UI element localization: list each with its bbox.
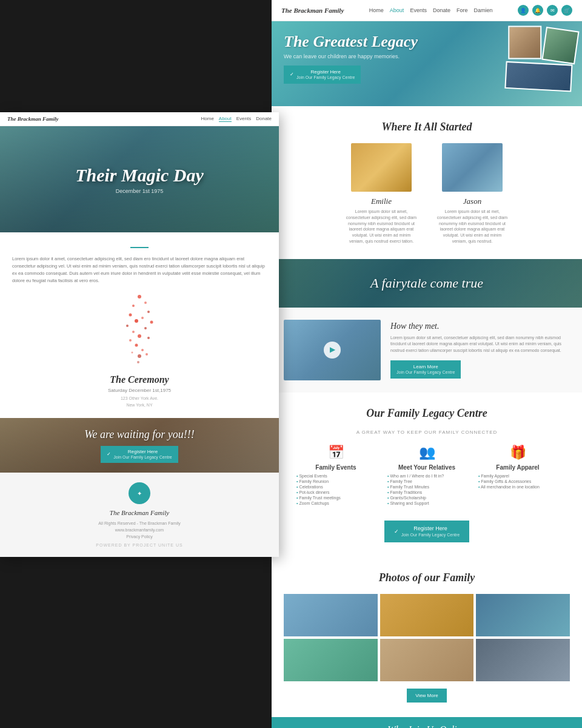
left-nav-home[interactable]: Home [201,116,213,122]
svg-point-4 [147,311,150,313]
emilie-name: Emilie [345,197,418,206]
left-nav-brand: The Brackman Family [7,116,59,122]
events-col-title: Family Events [296,464,375,471]
svg-point-14 [135,344,138,347]
right-hero: The Greatest Legacy We can leave our chi… [272,21,582,106]
check-icon: ✓ [107,451,111,457]
where-started-section: Where It All Started Emilie Lorem ipsum … [272,106,582,259]
why-join-title: Why Join Us Online [387,724,466,728]
emilie-photo [351,143,412,192]
footer-text: All Rights Reserved - The Brackman Famil… [12,520,267,541]
svg-point-10 [144,327,147,329]
relatives-col-title: Meet Your Relatives [387,464,466,471]
calendar-icon: 📅 [296,445,375,460]
user-icon[interactable]: 👤 [518,5,529,16]
nav-link-donate[interactable]: Donate [433,7,450,13]
cart-icon[interactable]: 🛒 [561,5,572,16]
view-more-button[interactable]: View More [407,689,447,703]
hero-photos [504,24,579,93]
mail-icon[interactable]: ✉ [547,5,558,16]
svg-point-15 [141,349,144,351]
left-nav-donate[interactable]: Donate [256,116,272,122]
profiles-row: Emilie Lorem ipsum dolor sit amet, conse… [284,143,570,244]
apparel-list: Family Apparel Family Gifts & Accessorie… [478,473,557,490]
nav-link-fore[interactable]: Fore [457,7,468,13]
left-nav-events[interactable]: Events [236,116,251,122]
list-item: Family Tree [387,479,466,484]
hero-photo-3 [504,61,572,92]
waiting-register-button[interactable]: ✓ Register Here Join Our Family Legacy C… [101,446,178,463]
nav-link-home[interactable]: Home [369,7,384,13]
right-panel: The Brackman Family Home About Events Do… [272,0,582,728]
legacy-col-relatives: 👥 Meet Your Relatives Who am I / Where d… [387,445,466,506]
where-started-title: Where It All Started [284,121,570,133]
left-panel: The Brackman Family Home About Events Do… [0,112,279,557]
hero-content: The Greatest Legacy We can leave our chi… [284,33,418,84]
list-item: Special Events [296,473,375,479]
list-item: All merchandise in one location [478,484,557,490]
list-item: Family Gifts & Accessories [478,479,557,484]
footer-line2: www.brackmanfamily.com [12,527,267,533]
footer-powered: POWERED BY PROJECT UNITE US [12,543,267,547]
photo-cell-4 [284,639,378,681]
hero-photo-1 [508,26,541,59]
learn-more-button[interactable]: Learn More Join Our Family Legacy Centre [390,360,461,379]
photo-cell-5 [380,639,474,681]
play-button[interactable]: ▶ [324,342,341,359]
hero-title: The Greatest Legacy [284,33,418,51]
legacy-register-button[interactable]: ✓ Register Here Join Our Family Legacy C… [384,521,469,542]
footer-line1: All Rights Reserved - The Brackman Famil… [12,520,267,527]
nav-link-about[interactable]: About [390,7,404,13]
left-hero-date: December 1st 1975 [116,188,164,194]
how-met-title: How they met. [390,322,570,331]
nav-link-events[interactable]: Events [410,7,427,13]
divider [130,247,149,248]
hero-subtitle: We can leave our children are happy memo… [284,53,418,59]
people-icon: 👥 [387,445,466,460]
confetti-svg [0,285,279,369]
legacy-col-events: 📅 Family Events Special Events Family Re… [296,445,375,506]
notification-icon[interactable]: 🔔 [532,5,543,16]
waiting-banner: We are waiting for you!!! ✓ Register Her… [0,418,279,473]
how-met-text: How they met. Lorem ipsum dolor sit amet… [390,322,570,379]
video-thumbnail[interactable]: ▶ [284,320,381,380]
hero-register-button[interactable]: ✓ Register Here Join Our Family Legacy C… [284,66,361,84]
right-nav-icons: 👤 🔔 ✉ 🛒 [518,5,572,16]
svg-point-1 [132,305,135,307]
fairytale-banner: A fairytale come true [272,259,582,308]
left-nav-about[interactable]: About [219,116,232,122]
ceremony-date: Saturday December 1st,1975 [12,388,267,393]
photo-cell-1 [284,594,378,636]
footer-brand: The Brackman Family [12,509,267,516]
list-item: Family Trust Minutes [387,484,466,490]
ceremony-address: 123 Other York Ave.New York, NY [12,396,267,408]
list-item: Family Trust meetings [296,495,375,500]
footer-line3: Privacy Policy [12,533,267,540]
list-item: Grants/Scholarship [387,495,466,500]
family-legacy-section: Our Family Legacy Centre A GREAT WAY TO … [272,393,582,557]
nav-link-damien[interactable]: Damien [473,7,492,13]
hero-btn-label: Register Here Join Our Family Legacy Cen… [296,69,355,80]
apparel-col-title: Family Apparel [478,464,557,471]
left-nav: The Brackman Family Home About Events Do… [0,112,279,126]
how-met-body: Lorem ipsum dolor sit amet, consectetuer… [390,335,570,354]
left-hero: Their Magic Day December 1st 1975 [0,126,279,232]
legacy-col-apparel: 🎁 Family Apparel Family Apparel Family G… [478,445,557,506]
relatives-list: Who am I / Where do I fit in? Family Tre… [387,473,466,506]
svg-point-0 [138,295,141,298]
ceremony-title: The Ceremony [12,374,267,385]
svg-point-13 [147,337,150,339]
svg-point-11 [138,334,141,338]
photos-title: Photos of our Family [284,571,570,584]
left-hero-title: Their Magic Day [75,165,204,186]
list-item: Sharing and Support [387,500,466,506]
legacy-title: Our Family Legacy Centre [284,407,570,420]
fairytale-title: A fairytale come true [370,275,483,291]
svg-point-16 [138,354,141,358]
photo-cell-3 [476,594,570,636]
svg-point-12 [129,339,132,342]
svg-point-8 [150,321,153,324]
list-item: Family Traditions [387,490,466,495]
right-nav: The Brackman Family Home About Events Do… [272,0,582,21]
svg-point-17 [132,352,133,354]
